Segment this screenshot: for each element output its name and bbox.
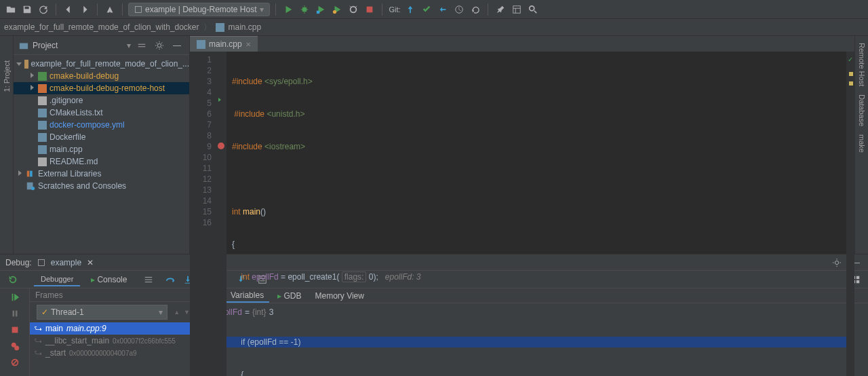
tree-file[interactable]: CMakeLists.txt xyxy=(14,107,189,119)
tree-file[interactable]: docker-compose.yml xyxy=(14,119,189,131)
svg-rect-15 xyxy=(38,259,44,265)
breakpoint-icon[interactable] xyxy=(218,143,224,149)
nav-project[interactable]: example_for_full_remote_mode_of_clion_wi… xyxy=(4,22,199,32)
project-title: Project xyxy=(33,41,123,50)
build-icon[interactable] xyxy=(103,3,117,16)
cpp-file-icon xyxy=(216,23,224,32)
cpp-file-icon xyxy=(38,145,47,154)
nav-file[interactable]: main.cpp xyxy=(229,22,262,32)
mute-breakpoints-icon[interactable] xyxy=(7,355,22,370)
run-icon[interactable] xyxy=(281,3,295,16)
svg-rect-24 xyxy=(12,311,14,317)
make-tool-button[interactable]: make xyxy=(858,130,866,157)
frame-up-icon[interactable]: ▲ xyxy=(172,309,182,315)
step-over-icon[interactable] xyxy=(163,273,177,286)
code-body[interactable]: #include <sys/epoll.h> #include <unistd.… xyxy=(226,52,846,376)
tab-label: main.cpp xyxy=(209,39,242,49)
console-tab[interactable]: ▸ Console xyxy=(84,273,134,286)
rerun-icon[interactable] xyxy=(5,272,20,287)
tree-file[interactable]: main.cpp xyxy=(14,143,189,155)
forward-icon[interactable] xyxy=(78,3,92,16)
svg-point-10 xyxy=(157,43,161,47)
stop-debug-icon[interactable] xyxy=(7,322,22,337)
svg-point-8 xyxy=(529,5,534,10)
code-editor[interactable]: 12345678910111213141516 #include <sys/ep… xyxy=(190,52,854,376)
debug-session[interactable]: example xyxy=(51,258,81,267)
svg-point-28 xyxy=(14,345,19,350)
pause-icon[interactable] xyxy=(7,306,22,321)
navigation-bar: example_for_full_remote_mode_of_clion_wi… xyxy=(0,19,868,36)
tree-file[interactable]: Dockerfile xyxy=(14,131,189,143)
close-tab-icon[interactable]: ✕ xyxy=(245,41,251,48)
view-breakpoints-icon[interactable] xyxy=(7,339,22,354)
back-icon[interactable] xyxy=(62,3,75,16)
git-push-icon[interactable] xyxy=(436,3,450,16)
frames-panel: Frames ✓ Thread-1 ▾ ▲ ▼ ⮑main main.cpp:9… xyxy=(30,288,195,376)
project-tree: example_for_full_remote_mode_of_clion_..… xyxy=(14,55,189,254)
file-icon xyxy=(38,157,47,166)
status-ok-icon: ✓ xyxy=(848,54,853,65)
frame-row[interactable]: ⮑_start 0x00000000004007a9 xyxy=(30,347,195,359)
svg-rect-2 xyxy=(316,10,319,13)
tree-file[interactable]: README.md xyxy=(14,155,189,168)
svg-rect-11 xyxy=(27,171,30,177)
debug-left-toolbar xyxy=(0,288,30,376)
line-gutter: 12345678910111213141516 xyxy=(190,52,217,376)
file-icon xyxy=(38,109,47,117)
project-settings-icon[interactable] xyxy=(153,39,166,52)
svg-rect-12 xyxy=(30,171,33,177)
run-config-label: example | Debug-Remote Host xyxy=(145,5,257,14)
svg-rect-9 xyxy=(20,43,28,49)
project-collapse-icon[interactable] xyxy=(135,39,149,52)
save-icon[interactable] xyxy=(20,3,34,16)
git-rollback-icon[interactable] xyxy=(469,3,482,16)
stop-icon[interactable] xyxy=(363,3,376,16)
warning-marker[interactable] xyxy=(849,72,853,76)
frame-row[interactable]: ⮑__libc_start_main 0x00007f2c66bfc555 xyxy=(30,335,195,347)
tree-external[interactable]: External Libraries xyxy=(14,168,189,180)
frames-header: Frames xyxy=(30,288,195,302)
project-hide-icon[interactable]: — xyxy=(170,39,184,52)
svg-point-3 xyxy=(332,10,336,13)
search-icon[interactable] xyxy=(526,3,540,16)
tree-file[interactable]: .gitignore xyxy=(14,94,189,107)
database-tool-button[interactable]: Database xyxy=(858,90,866,130)
close-session-icon[interactable]: ✕ xyxy=(87,258,94,267)
run-configuration-selector[interactable]: example | Debug-Remote Host ▾ xyxy=(128,3,270,16)
profile-icon[interactable] xyxy=(330,3,344,16)
remote-host-tool-button[interactable]: Remote Host xyxy=(858,39,866,90)
warning-marker[interactable] xyxy=(849,81,853,86)
git-commit-icon[interactable] xyxy=(420,3,433,16)
editor-tab-active[interactable]: main.cpp ✕ xyxy=(190,36,258,52)
debugger-tab[interactable]: Debugger xyxy=(34,273,80,286)
editor-area: main.cpp ✕ 12345678910111213141516 #incl… xyxy=(190,36,854,254)
cpp-file-icon xyxy=(197,40,205,49)
tree-scratches[interactable]: Scratches and Consoles xyxy=(14,180,189,192)
project-panel: Project ▾ — example_for_full_remote_mode… xyxy=(14,36,190,254)
resume-icon[interactable] xyxy=(7,290,22,305)
right-tool-gutter: Remote Host Database make xyxy=(854,36,868,254)
svg-rect-26 xyxy=(12,327,18,333)
run-gutter-icon[interactable] xyxy=(218,98,221,102)
settings-icon[interactable] xyxy=(494,3,507,16)
file-icon xyxy=(38,133,47,142)
thread-selector[interactable]: ✓ Thread-1 ▾ xyxy=(37,305,167,320)
svg-point-14 xyxy=(31,187,35,190)
project-tool-button[interactable]: 1: Project xyxy=(3,56,11,96)
refresh-icon[interactable] xyxy=(37,3,50,16)
tree-folder[interactable]: cmake-build-debug-remote-host xyxy=(14,82,189,94)
tree-folder[interactable]: cmake-build-debug xyxy=(14,70,189,82)
open-icon[interactable] xyxy=(4,3,18,16)
svg-rect-20 xyxy=(856,276,859,278)
folder-icon xyxy=(38,84,47,93)
git-update-icon[interactable] xyxy=(403,3,417,16)
tree-root[interactable]: example_for_full_remote_mode_of_clion_..… xyxy=(14,58,189,70)
coverage-icon[interactable] xyxy=(314,3,328,16)
structure-icon[interactable] xyxy=(510,3,524,16)
frame-row[interactable]: ⮑main main.cpp:9 xyxy=(30,322,195,335)
step-config-icon[interactable] xyxy=(142,273,155,286)
debug-icon[interactable] xyxy=(298,3,311,16)
git-history-icon[interactable] xyxy=(452,3,466,16)
attach-icon[interactable] xyxy=(347,3,360,16)
editor-marker-bar: ✓ xyxy=(846,52,854,376)
